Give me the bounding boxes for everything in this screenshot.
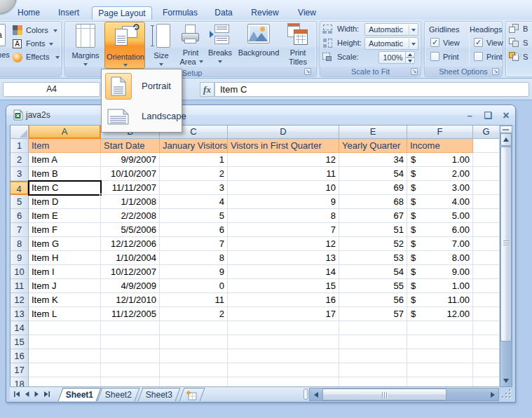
cell-D5[interactable]: 9 bbox=[228, 195, 339, 209]
print-titles-button[interactable]: Print Titles bbox=[284, 22, 312, 68]
send-to-back-button[interactable]: S bbox=[523, 38, 528, 48]
cell-G7[interactable] bbox=[473, 223, 499, 237]
cell-F3[interactable]: $2.00 bbox=[407, 167, 473, 181]
gridlines-print-checkbox[interactable] bbox=[430, 52, 439, 61]
cell-C1[interactable]: January Visitors bbox=[160, 139, 228, 153]
cell-D18[interactable] bbox=[228, 377, 339, 386]
cell-G18[interactable] bbox=[473, 377, 499, 386]
cell-F18[interactable] bbox=[407, 377, 473, 386]
scale-spin-down[interactable] bbox=[405, 58, 415, 64]
cell-C7[interactable]: 6 bbox=[160, 223, 228, 237]
cell-E13[interactable]: 57 bbox=[339, 307, 407, 321]
cell-G6[interactable] bbox=[473, 209, 499, 223]
cell-F17[interactable] bbox=[407, 363, 473, 377]
cell-A9[interactable]: Item H bbox=[29, 251, 101, 265]
cell-G1[interactable] bbox=[473, 139, 499, 153]
cell-E15[interactable] bbox=[339, 335, 407, 349]
column-header-A[interactable]: A bbox=[29, 126, 101, 139]
cell-G12[interactable] bbox=[473, 293, 499, 307]
cell-F8[interactable]: $7.00 bbox=[407, 237, 473, 251]
cell-C18[interactable] bbox=[160, 377, 228, 386]
formula-input[interactable]: Item C bbox=[214, 82, 529, 97]
column-header-F[interactable]: F bbox=[407, 126, 473, 139]
background-button[interactable]: Background bbox=[236, 22, 282, 68]
cell-B7[interactable]: 5/5/2006 bbox=[101, 223, 160, 237]
row-header-10[interactable]: 10 bbox=[11, 265, 29, 279]
cell-E6[interactable]: 67 bbox=[339, 209, 407, 223]
cell-B11[interactable]: 4/9/2009 bbox=[101, 279, 160, 293]
bring-to-front-button[interactable]: B bbox=[523, 24, 528, 34]
previous-sheet-button[interactable] bbox=[22, 389, 32, 399]
cell-A1[interactable]: Item bbox=[29, 139, 101, 153]
cell-G16[interactable] bbox=[473, 349, 499, 363]
cell-E11[interactable]: 55 bbox=[339, 279, 407, 293]
cell-B4[interactable]: 11/11/2007 bbox=[101, 181, 160, 195]
cell-E17[interactable] bbox=[339, 363, 407, 377]
cell-D3[interactable]: 11 bbox=[228, 167, 339, 181]
scale-to-fit-dialog-launcher[interactable]: ↘ bbox=[411, 68, 418, 75]
cell-D12[interactable]: 16 bbox=[228, 293, 339, 307]
tab-formulas[interactable]: Formulas bbox=[158, 6, 202, 20]
cell-G14[interactable] bbox=[473, 321, 499, 335]
cell-A5[interactable]: Item D bbox=[29, 195, 101, 209]
tab-insert[interactable]: Insert bbox=[53, 6, 85, 20]
fill-handle[interactable] bbox=[100, 194, 102, 196]
row-header-12[interactable]: 12 bbox=[11, 293, 29, 307]
cell-B13[interactable]: 11/12/2005 bbox=[101, 307, 160, 321]
cell-F14[interactable] bbox=[407, 321, 473, 335]
cell-B8[interactable]: 12/12/2006 bbox=[101, 237, 160, 251]
cell-E14[interactable] bbox=[339, 321, 407, 335]
next-sheet-button[interactable] bbox=[32, 389, 41, 399]
cell-E12[interactable]: 56 bbox=[339, 293, 407, 307]
cell-C13[interactable]: 2 bbox=[160, 307, 228, 321]
row-header-4[interactable]: 4 bbox=[11, 181, 29, 195]
menu-item-landscape[interactable]: Landscape bbox=[103, 102, 180, 131]
cell-E7[interactable]: 51 bbox=[339, 223, 407, 237]
cell-F5[interactable]: $4.00 bbox=[407, 195, 473, 209]
cell-D16[interactable] bbox=[228, 349, 339, 363]
cell-A2[interactable]: Item A bbox=[29, 153, 101, 167]
cell-G11[interactable] bbox=[473, 279, 499, 293]
row-header-3[interactable]: 3 bbox=[11, 167, 29, 181]
last-sheet-button[interactable] bbox=[42, 389, 51, 399]
active-cell-A4[interactable] bbox=[28, 180, 102, 196]
cell-D8[interactable]: 12 bbox=[228, 237, 339, 251]
cell-C3[interactable]: 2 bbox=[160, 167, 228, 181]
row-header-1[interactable]: 1 bbox=[11, 139, 29, 153]
sheet-tab-sheet2[interactable]: Sheet2 bbox=[97, 388, 140, 401]
cell-C11[interactable]: 0 bbox=[160, 279, 228, 293]
row-header-5[interactable]: 5 bbox=[11, 195, 29, 209]
cell-F2[interactable]: $1.00 bbox=[407, 153, 473, 167]
column-header-G[interactable]: G bbox=[473, 126, 499, 139]
orientation-button[interactable]: Orientation bbox=[104, 22, 145, 69]
row-header-7[interactable]: 7 bbox=[11, 223, 29, 237]
cell-C15[interactable] bbox=[160, 335, 228, 349]
cell-F11[interactable]: $1.00 bbox=[407, 279, 473, 293]
cell-G10[interactable] bbox=[473, 265, 499, 279]
gridlines-view-checkbox[interactable]: ✓ bbox=[430, 38, 439, 47]
width-combo-arrow[interactable] bbox=[409, 25, 417, 34]
workbook-title-bar[interactable]: java2s – ❏ × bbox=[6, 105, 515, 125]
cell-F4[interactable]: $3.00 bbox=[407, 181, 473, 195]
cell-F16[interactable] bbox=[407, 349, 473, 363]
insert-function-button[interactable]: fx bbox=[200, 82, 214, 97]
cell-B9[interactable]: 1/10/2004 bbox=[101, 251, 160, 265]
resize-grip[interactable] bbox=[502, 389, 512, 399]
first-sheet-button[interactable] bbox=[13, 389, 22, 399]
cell-B17[interactable] bbox=[101, 363, 160, 377]
cell-B12[interactable]: 12/1/2010 bbox=[101, 293, 160, 307]
cell-G8[interactable] bbox=[473, 237, 499, 251]
row-header-9[interactable]: 9 bbox=[11, 251, 29, 265]
row-header-14[interactable]: 14 bbox=[11, 321, 29, 335]
themes-big-button[interactable]: Aa Themes bbox=[0, 22, 7, 66]
cell-D7[interactable]: 7 bbox=[228, 223, 339, 237]
cell-A7[interactable]: Item F bbox=[29, 223, 101, 237]
restore-button[interactable]: ❏ bbox=[480, 111, 496, 121]
cell-D13[interactable]: 17 bbox=[228, 307, 339, 321]
cell-C2[interactable]: 1 bbox=[160, 153, 228, 167]
cell-B10[interactable]: 10/12/2007 bbox=[101, 265, 160, 279]
cell-G15[interactable] bbox=[473, 335, 499, 349]
effects-button[interactable]: Effects bbox=[26, 52, 49, 62]
cell-A16[interactable] bbox=[29, 349, 101, 363]
cell-E16[interactable] bbox=[339, 349, 407, 363]
